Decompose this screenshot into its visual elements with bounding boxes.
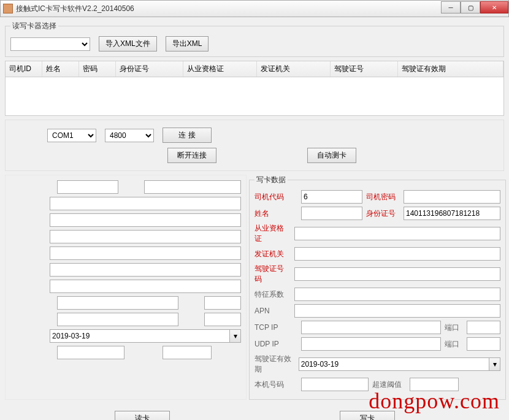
left-input-2[interactable]: [50, 197, 241, 210]
col-name[interactable]: 姓名: [42, 61, 79, 77]
issuer-label: 发证机关: [255, 249, 291, 259]
apn-input[interactable]: [294, 304, 500, 318]
left-date-input[interactable]: [50, 329, 230, 343]
local-input[interactable]: [301, 378, 369, 391]
issuer-input[interactable]: [294, 247, 500, 261]
import-xml-button[interactable]: 导入XML文件: [99, 36, 157, 52]
expiry-label: 驾驶证有效期: [255, 354, 295, 375]
id-label: 身份证号: [366, 208, 400, 219]
read-data-group: ▾: [5, 175, 247, 400]
udp-input[interactable]: [301, 337, 441, 351]
udp-label: UDP IP: [255, 340, 297, 348]
name-label: 姓名: [255, 208, 297, 219]
chevron-down-icon[interactable]: ▾: [230, 329, 241, 343]
export-xml-button[interactable]: 导出XML: [166, 36, 209, 52]
col-idnum[interactable]: 身份证号: [116, 61, 183, 77]
window-title: 接触式IC卡写卡软件V2.2_20140506: [16, 4, 441, 14]
left-input-4[interactable]: [50, 230, 241, 243]
write-legend: 写卡数据: [255, 175, 288, 185]
left-input-11b[interactable]: [163, 346, 212, 359]
driver-code-input[interactable]: [301, 190, 362, 204]
reader-group: 读写卡器选择 导入XML文件 导出XML: [5, 21, 504, 57]
app-icon: [3, 4, 13, 13]
left-input-7[interactable]: [50, 280, 241, 293]
left-input-8b[interactable]: [204, 296, 241, 310]
window-buttons: ─ ▢ ✕: [441, 1, 508, 13]
left-input-1a[interactable]: [57, 180, 118, 194]
left-input-5[interactable]: [50, 246, 241, 260]
license-input[interactable]: [294, 267, 500, 281]
udp-port-label: 端口: [445, 339, 463, 349]
data-grid[interactable]: 司机ID 姓名 密码 身份证号 从业资格证 发证机关 驾驶证号 驾驶证有效期: [5, 61, 504, 116]
titlebar: 接触式IC卡写卡软件V2.2_20140506 ─ ▢ ✕: [0, 0, 509, 17]
left-input-9a[interactable]: [57, 313, 178, 326]
watermark-logo: dongpow.com: [369, 388, 500, 414]
left-input-8a[interactable]: [57, 296, 178, 310]
reader-legend: 读写卡器选择: [10, 21, 58, 31]
left-input-1b[interactable]: [144, 180, 241, 194]
name-input[interactable]: [301, 207, 362, 220]
col-qual[interactable]: 从业资格证: [183, 61, 257, 77]
local-label: 本机号码: [255, 380, 297, 390]
feature-label: 特征系数: [255, 289, 291, 300]
udp-port-input[interactable]: [467, 337, 500, 351]
baud-select[interactable]: 4800: [105, 129, 154, 142]
minimize-button[interactable]: ─: [441, 1, 461, 13]
grid-header: 司机ID 姓名 密码 身份证号 从业资格证 发证机关 驾驶证号 驾驶证有效期: [6, 61, 503, 77]
disconnect-button[interactable]: 断开连接: [167, 148, 216, 163]
com-select[interactable]: COM1: [47, 129, 96, 142]
license-label: 驾驶证号码: [255, 264, 291, 284]
write-data-group: 写卡数据 司机代码 司机密码 姓名 身份证号 从业资格证 发证机关: [249, 175, 506, 400]
apn-label: APN: [255, 307, 291, 315]
left-input-11a[interactable]: [57, 346, 124, 359]
feature-input[interactable]: [294, 288, 500, 301]
qual-input[interactable]: [294, 227, 500, 240]
col-driver-id[interactable]: 司机ID: [6, 61, 42, 77]
col-issuer[interactable]: 发证机关: [257, 61, 331, 77]
col-password[interactable]: 密码: [79, 61, 116, 77]
chevron-down-icon[interactable]: ▾: [489, 357, 500, 371]
tcp-label: TCP IP: [255, 323, 297, 332]
id-input[interactable]: [404, 207, 500, 220]
tcp-port-label: 端口: [445, 323, 463, 333]
connect-button[interactable]: 连 接: [163, 128, 212, 143]
col-license[interactable]: 驾驶证号: [331, 61, 398, 77]
connection-group: COM1 4800 连 接 断开连接 自动测卡: [5, 120, 504, 171]
tcp-port-input[interactable]: [467, 321, 500, 334]
autotest-button[interactable]: 自动测卡: [307, 148, 356, 163]
qual-label: 从业资格证: [255, 223, 291, 244]
read-card-button[interactable]: 读卡: [115, 411, 170, 420]
close-button[interactable]: ✕: [480, 1, 508, 13]
tcp-input[interactable]: [301, 321, 441, 334]
col-expiry[interactable]: 驾驶证有效期: [398, 61, 503, 77]
driver-pwd-label: 司机密码: [366, 192, 400, 202]
driver-code-label: 司机代码: [255, 192, 297, 202]
driver-pwd-input[interactable]: [404, 190, 500, 204]
left-input-6[interactable]: [50, 263, 241, 277]
maximize-button[interactable]: ▢: [461, 1, 480, 13]
left-input-3[interactable]: [50, 213, 241, 227]
expiry-input[interactable]: [299, 357, 489, 371]
reader-select[interactable]: [10, 37, 90, 51]
left-input-9b[interactable]: [204, 313, 241, 326]
